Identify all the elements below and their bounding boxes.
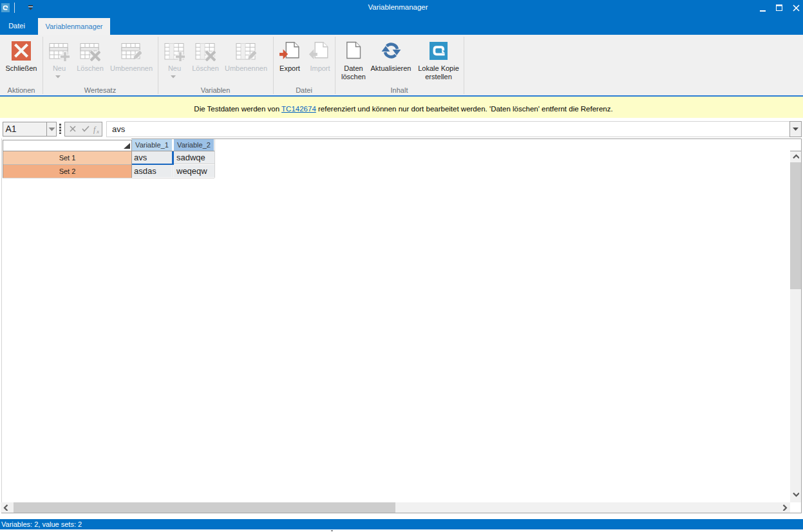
svg-text:x: x: [96, 128, 99, 134]
